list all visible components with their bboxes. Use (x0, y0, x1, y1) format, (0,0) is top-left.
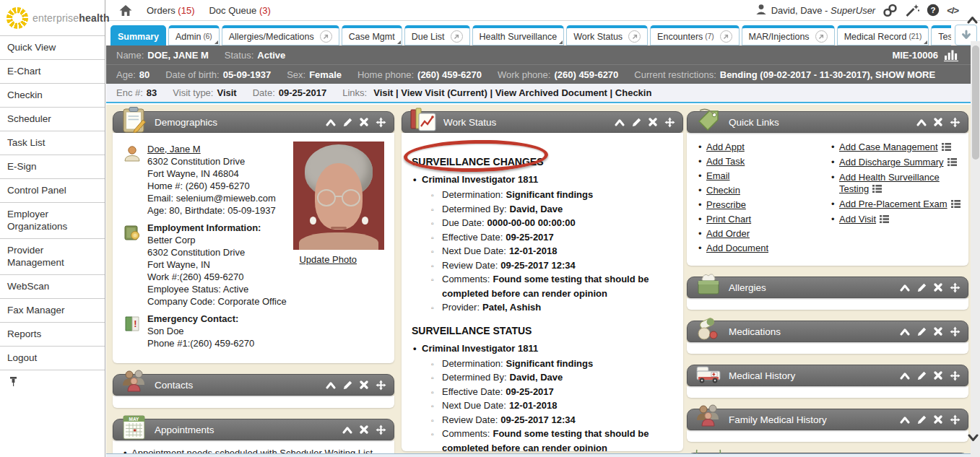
list-menu-icon[interactable] (951, 199, 961, 211)
quick-link[interactable]: Add Task (706, 156, 745, 167)
allergies-header[interactable]: Allergies (687, 277, 968, 298)
close-icon[interactable] (934, 415, 942, 424)
collapse-icon[interactable] (342, 426, 352, 434)
edit-icon[interactable] (917, 371, 927, 380)
tab[interactable]: Encounters (7) (650, 25, 739, 45)
tab[interactable]: Case Mgmt (342, 25, 402, 45)
family-medical-history-header[interactable]: Family Medical History (687, 409, 968, 430)
list-menu-icon[interactable] (880, 214, 889, 226)
appointments-header[interactable]: MAY Appointments (113, 419, 394, 440)
medical-history-header[interactable]: Medical History (687, 365, 968, 386)
medications-header[interactable]: Medications (687, 321, 968, 342)
list-menu-icon[interactable] (948, 157, 957, 169)
tab[interactable]: MAR/Injections (742, 25, 835, 45)
patient-name-link[interactable]: Doe, Jane M (147, 143, 276, 155)
close-icon[interactable] (360, 425, 368, 434)
move-icon[interactable] (950, 414, 961, 425)
sidebar-item[interactable]: Quick View (0, 36, 105, 60)
scroll-down-indicator[interactable] (968, 433, 979, 444)
tab[interactable]: Allergies/Medications (222, 25, 339, 45)
list-menu-icon[interactable] (872, 184, 882, 196)
vertical-scrollbar[interactable] (971, 41, 980, 457)
tab[interactable]: Summary (110, 25, 166, 45)
quick-link[interactable]: Print Chart (706, 214, 751, 225)
edit-icon[interactable] (917, 283, 927, 292)
list-menu-icon[interactable] (942, 142, 951, 154)
sidebar-item[interactable]: E-Chart (0, 60, 105, 84)
quick-link[interactable]: Add Health Surveillance Testing (839, 172, 940, 194)
work-status-header[interactable]: Work Status (402, 111, 683, 133)
update-photo-link[interactable]: Update Photo (299, 254, 357, 265)
app-logo[interactable]: enterprisehealth (0, 0, 105, 36)
sidebar-item[interactable]: WebScan (0, 275, 105, 299)
sidebar-item[interactable]: Control Panel (0, 179, 105, 203)
collapse-icon[interactable] (900, 328, 910, 336)
move-icon[interactable] (950, 326, 961, 337)
encounter-link[interactable]: View Archived Document (490, 87, 607, 98)
tab[interactable]: Health Surveillance (472, 25, 565, 45)
move-icon[interactable] (664, 117, 675, 128)
move-icon[interactable] (376, 380, 386, 391)
quick-link[interactable]: Add Pre-Placement Exam (839, 199, 948, 209)
move-icon[interactable] (950, 117, 961, 128)
move-icon[interactable] (376, 425, 386, 435)
move-icon[interactable] (950, 282, 961, 293)
collapse-icon[interactable] (900, 372, 910, 380)
move-icon[interactable] (376, 117, 386, 128)
sidebar-item[interactable]: Reports (0, 323, 105, 347)
quick-link[interactable]: Add Order (706, 228, 750, 239)
edit-icon[interactable] (632, 118, 641, 127)
edit-icon[interactable] (343, 118, 352, 127)
sidebar-item[interactable]: Checkin (0, 84, 105, 108)
tab[interactable]: Medical Record (21) (837, 25, 929, 45)
close-icon[interactable] (934, 371, 942, 380)
encounter-link[interactable]: Visit (373, 87, 393, 98)
home-icon[interactable] (119, 4, 132, 17)
demographics-header[interactable]: Demographics (113, 111, 394, 133)
quick-link[interactable]: Email (706, 170, 730, 181)
wand-icon[interactable] (905, 4, 919, 17)
collapse-icon[interactable] (900, 416, 910, 424)
scrollbar-thumb[interactable] (972, 45, 979, 160)
code-icon[interactable]: </> (947, 5, 958, 16)
close-icon[interactable] (934, 283, 942, 292)
quick-link[interactable]: Add Appt (706, 142, 745, 152)
collapse-icon[interactable] (916, 118, 927, 126)
quick-link[interactable]: Prescribe (706, 199, 746, 210)
quick-links-header[interactable]: Quick Links (687, 111, 968, 133)
collapse-icon[interactable] (326, 381, 336, 389)
close-icon[interactable] (934, 118, 942, 126)
orders-link[interactable]: Orders (15) (147, 5, 194, 16)
sidebar-item[interactable]: E-Sign (0, 155, 105, 179)
tab[interactable]: Work Status (566, 25, 648, 45)
close-icon[interactable] (934, 327, 942, 336)
encounter-link[interactable]: Checkin (610, 87, 652, 98)
collapse-icon[interactable] (615, 118, 625, 126)
link-icon[interactable] (883, 4, 898, 17)
quick-link[interactable]: Add Document (706, 243, 768, 253)
sidebar-item[interactable]: Logout (0, 347, 105, 370)
sidebar-item[interactable]: Fax Manager (0, 299, 105, 323)
contacts-header[interactable]: Contacts (113, 374, 394, 396)
close-icon[interactable] (649, 118, 657, 126)
quick-link[interactable]: Checkin (706, 185, 740, 196)
quick-link[interactable]: Add Visit (839, 214, 876, 225)
pin-icon[interactable] (9, 378, 18, 389)
collapse-icon[interactable] (326, 118, 336, 126)
bar-chart-icon[interactable] (944, 49, 958, 61)
encounter-link[interactable]: View Visit (Current) (396, 87, 487, 98)
quick-link[interactable]: Add Discharge Summary (839, 157, 944, 167)
help-icon[interactable]: ? (927, 4, 940, 17)
edit-icon[interactable] (917, 415, 927, 425)
close-icon[interactable] (360, 380, 368, 389)
current-user[interactable]: David, Dave - SuperUser (755, 4, 876, 17)
tab[interactable]: Test Results (931, 25, 951, 45)
tab[interactable]: Admin (6) (168, 25, 220, 45)
quick-link[interactable]: Add Case Management (839, 142, 938, 152)
collapse-icon[interactable] (900, 284, 910, 292)
sidebar-item[interactable]: Task List (0, 131, 105, 155)
sidebar-item[interactable]: Employer Organizations (0, 203, 105, 239)
scroll-up-indicator[interactable] (967, 15, 978, 26)
sidebar-item[interactable]: Provider Management (0, 239, 105, 275)
edit-icon[interactable] (917, 327, 927, 336)
